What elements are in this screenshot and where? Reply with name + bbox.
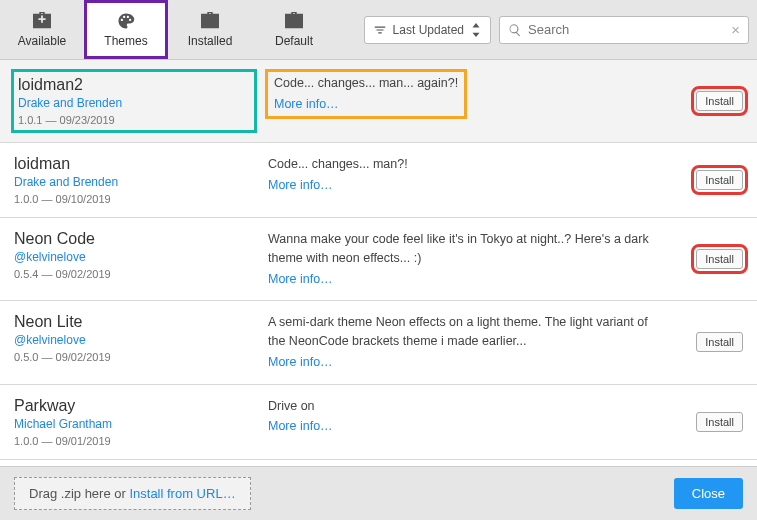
theme-row: Neon Lite @kelvinelove 0.5.0 — 09/02/201… (0, 301, 757, 384)
tab-installed[interactable]: Installed (168, 0, 252, 59)
theme-meta: loidman2 Drake and Brenden 1.0.1 — 09/23… (14, 72, 254, 130)
theme-description-wrap: Code... changes... man?! More info… (268, 155, 659, 195)
theme-name: Neon Lite (14, 313, 254, 331)
dropzone-text: Drag .zip here or (29, 486, 129, 501)
theme-row: Parkway Michael Grantham 1.0.0 — 09/01/2… (0, 385, 757, 460)
palette-icon (115, 12, 137, 30)
theme-version: 1.0.1 — 09/23/2019 (18, 114, 250, 126)
install-col: Install (673, 313, 743, 371)
sort-label: Last Updated (393, 23, 464, 37)
install-button[interactable]: Install (696, 91, 743, 111)
theme-description: Code... changes... man?! (268, 157, 408, 171)
theme-author[interactable]: Drake and Brenden (18, 96, 250, 110)
theme-author[interactable]: @kelvinelove (14, 333, 254, 347)
briefcase-icon (199, 12, 221, 30)
updown-icon (470, 23, 482, 37)
more-info-link[interactable]: More info… (268, 176, 333, 195)
tab-themes[interactable]: Themes (84, 0, 168, 59)
tab-label: Installed (188, 34, 233, 48)
theme-version: 0.5.0 — 09/02/2019 (14, 351, 254, 363)
search-icon (508, 23, 522, 37)
more-info-link[interactable]: More info… (274, 95, 339, 114)
more-info-link[interactable]: More info… (268, 417, 333, 436)
theme-description-wrap: Wanna make your code feel like it's in T… (268, 230, 659, 288)
sort-icon (373, 23, 387, 37)
theme-version: 1.0.0 — 09/10/2019 (14, 193, 254, 205)
topbar: Available Themes Installed Default Last … (0, 0, 757, 60)
install-from-url-link[interactable]: Install from URL… (129, 486, 235, 501)
tab-available[interactable]: Available (0, 0, 84, 59)
bottombar: Drag .zip here or Install from URL… Clos… (0, 466, 757, 520)
tab-label: Available (18, 34, 66, 48)
install-button[interactable]: Install (696, 170, 743, 190)
install-col: Install (673, 397, 743, 447)
sort-select[interactable]: Last Updated (364, 16, 491, 44)
theme-meta: Parkway Michael Grantham 1.0.0 — 09/01/2… (14, 397, 254, 447)
more-info-link[interactable]: More info… (268, 270, 333, 289)
tab-label: Themes (104, 34, 147, 48)
theme-row: loidman Drake and Brenden 1.0.0 — 09/10/… (0, 143, 757, 218)
install-col: Install (673, 230, 743, 288)
theme-author[interactable]: Michael Grantham (14, 417, 254, 431)
install-col: Install (673, 155, 743, 205)
tab-label: Default (275, 34, 313, 48)
theme-description-wrap: Drive on More info… (268, 397, 659, 437)
install-button[interactable]: Install (696, 412, 743, 432)
theme-description-wrap: A semi-dark theme Neon effects on a ligh… (268, 313, 659, 371)
install-button[interactable]: Install (696, 249, 743, 269)
tab-default[interactable]: Default (252, 0, 336, 59)
theme-description-wrap: Code... changes... man... again?! More i… (268, 72, 464, 116)
close-button[interactable]: Close (674, 478, 743, 509)
install-col: Install (673, 72, 743, 130)
theme-description: Code... changes... man... again?! (274, 76, 458, 90)
theme-meta: Neon Code @kelvinelove 0.5.4 — 09/02/201… (14, 230, 254, 288)
theme-description-col: Code... changes... man?! More info… (268, 155, 659, 205)
dropzone[interactable]: Drag .zip here or Install from URL… (14, 477, 251, 510)
theme-author[interactable]: Drake and Brenden (14, 175, 254, 189)
theme-version: 0.5.4 — 09/02/2019 (14, 268, 254, 280)
theme-meta: loidman Drake and Brenden 1.0.0 — 09/10/… (14, 155, 254, 205)
top-controls: Last Updated × (364, 16, 749, 44)
theme-description: Wanna make your code feel like it's in T… (268, 232, 649, 265)
theme-author[interactable]: @kelvinelove (14, 250, 254, 264)
install-button[interactable]: Install (696, 332, 743, 352)
theme-name: Parkway (14, 397, 254, 415)
theme-description: Drive on (268, 399, 315, 413)
theme-meta: Neon Lite @kelvinelove 0.5.0 — 09/02/201… (14, 313, 254, 371)
theme-description-col: Code... changes... man... again?! More i… (268, 72, 659, 130)
briefcase-icon (283, 12, 305, 30)
theme-name: loidman (14, 155, 254, 173)
theme-row: loidman2 Drake and Brenden 1.0.1 — 09/23… (0, 60, 757, 143)
briefcase-plus-icon (31, 12, 53, 30)
theme-description: A semi-dark theme Neon effects on a ligh… (268, 315, 648, 348)
theme-description-col: Drive on More info… (268, 397, 659, 447)
theme-row: Neon Code @kelvinelove 0.5.4 — 09/02/201… (0, 218, 757, 301)
theme-list: loidman2 Drake and Brenden 1.0.1 — 09/23… (0, 60, 757, 466)
search-input[interactable] (528, 22, 731, 37)
theme-description-col: Wanna make your code feel like it's in T… (268, 230, 659, 288)
clear-icon[interactable]: × (731, 21, 740, 38)
tabs: Available Themes Installed Default (0, 0, 336, 59)
theme-description-col: A semi-dark theme Neon effects on a ligh… (268, 313, 659, 371)
theme-name: loidman2 (18, 76, 250, 94)
theme-version: 1.0.0 — 09/01/2019 (14, 435, 254, 447)
theme-name: Neon Code (14, 230, 254, 248)
more-info-link[interactable]: More info… (268, 353, 333, 372)
search-wrap[interactable]: × (499, 16, 749, 44)
